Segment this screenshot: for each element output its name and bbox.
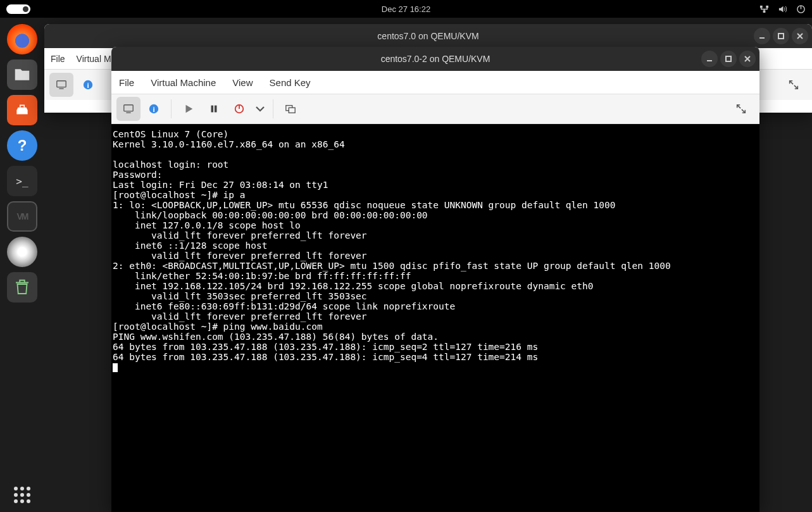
console-button[interactable] — [49, 73, 73, 97]
dock: ? >_ VM — [0, 18, 44, 512]
volume-icon — [778, 4, 787, 14]
back-titlebar[interactable]: centos7.0 on QEMU/KVM — [44, 24, 812, 48]
info-button[interactable]: i — [142, 97, 166, 121]
vm-console[interactable]: CentOS Linux 7 (Core) Kernel 3.10.0-1160… — [111, 124, 759, 512]
power-icon — [796, 4, 806, 14]
svg-rect-4 — [778, 34, 784, 39]
shutdown-menu-button[interactable] — [253, 97, 268, 121]
menu-file[interactable]: File — [51, 54, 65, 64]
svg-rect-2 — [763, 10, 766, 13]
console-button[interactable] — [116, 97, 141, 121]
disc-icon[interactable] — [7, 237, 37, 267]
svg-rect-10 — [124, 105, 133, 111]
svg-rect-18 — [289, 108, 295, 113]
fullscreen-button[interactable] — [729, 97, 753, 121]
terminal-output: CentOS Linux 7 (Core) Kernel 3.10.0-1160… — [113, 129, 671, 362]
vm-window-front: centos7.0-2 on QEMU/KVM File Virtual Mac… — [111, 47, 759, 512]
front-toolbar: i — [111, 94, 759, 124]
svg-text:i: i — [87, 81, 89, 89]
terminal-icon[interactable]: >_ — [7, 166, 37, 196]
svg-rect-1 — [766, 5, 768, 8]
gnome-topbar: Dec 27 16:22 — [0, 0, 812, 18]
fullscreen-button[interactable] — [782, 73, 806, 97]
network-icon — [759, 4, 769, 14]
front-title: centos7.0-2 on QEMU/KVM — [381, 54, 490, 64]
shutdown-button[interactable] — [227, 97, 251, 121]
help-icon[interactable]: ? — [7, 130, 37, 161]
front-titlebar[interactable]: centos7.0-2 on QEMU/KVM — [111, 47, 759, 71]
svg-rect-0 — [760, 5, 763, 8]
trash-icon[interactable] — [7, 272, 37, 303]
svg-rect-11 — [126, 112, 130, 113]
svg-rect-5 — [57, 81, 66, 87]
svg-rect-9 — [726, 56, 731, 61]
menu-file[interactable]: File — [119, 77, 134, 88]
software-center-icon[interactable] — [7, 95, 37, 125]
svg-text:i: i — [153, 105, 154, 113]
show-apps-icon[interactable] — [14, 487, 30, 503]
virt-manager-icon[interactable]: VM — [7, 201, 37, 232]
separator — [171, 99, 172, 118]
svg-rect-15 — [215, 106, 217, 113]
close-button[interactable] — [739, 51, 756, 67]
maximize-button[interactable] — [773, 28, 789, 44]
clock[interactable]: Dec 27 16:22 — [382, 4, 430, 14]
cursor — [113, 363, 118, 372]
minimize-button[interactable] — [754, 28, 770, 44]
maximize-button[interactable] — [720, 51, 737, 67]
menu-virtual-machine[interactable]: Virtual M — [77, 54, 111, 64]
system-tray[interactable] — [759, 4, 806, 14]
files-icon[interactable] — [7, 59, 37, 90]
menu-virtual-machine[interactable]: Virtual Machine — [151, 77, 216, 88]
menu-view[interactable]: View — [232, 77, 253, 88]
run-button[interactable] — [177, 97, 201, 121]
minimize-button[interactable] — [701, 51, 718, 67]
back-title: centos7.0 on QEMU/KVM — [377, 31, 478, 41]
svg-rect-14 — [211, 106, 214, 113]
front-menubar: File Virtual Machine View Send Key — [111, 71, 759, 94]
separator — [273, 99, 273, 118]
info-button[interactable]: i — [76, 73, 100, 97]
close-button[interactable] — [792, 28, 808, 44]
menu-send-key[interactable]: Send Key — [270, 77, 311, 88]
pause-button[interactable] — [202, 97, 226, 121]
firefox-icon[interactable] — [7, 24, 37, 54]
snapshots-button[interactable] — [278, 97, 303, 121]
activities-pill[interactable] — [6, 4, 30, 14]
svg-rect-6 — [59, 88, 63, 89]
